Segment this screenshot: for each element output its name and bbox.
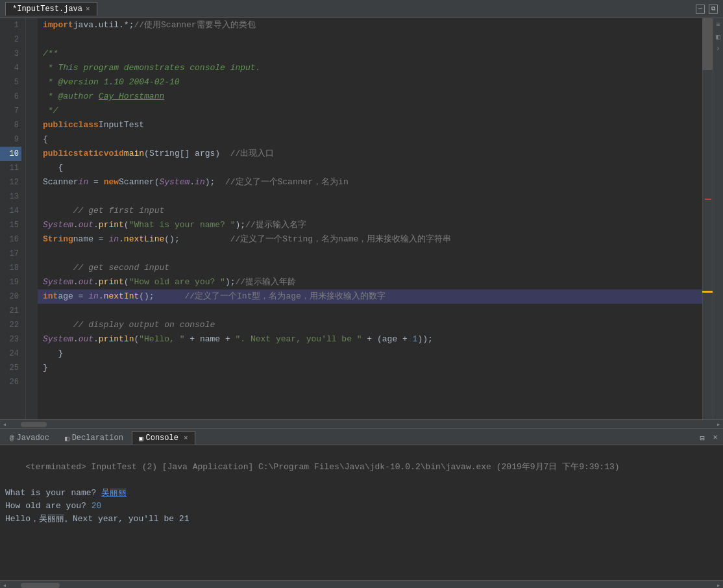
line-number-13: 13 bbox=[0, 190, 21, 204]
minimize-button[interactable]: — bbox=[696, 5, 705, 14]
code-line-2 bbox=[38, 32, 702, 47]
scroll-marker-red bbox=[705, 199, 711, 200]
tab-javadoc[interactable]: @ Javadoc bbox=[3, 431, 56, 445]
code-line-19: System.out.print("How old are you? ");//… bbox=[38, 275, 702, 289]
code-area[interactable]: import java.util.*; //使用Scanner需要导入的类包/*… bbox=[38, 18, 702, 419]
marker-area bbox=[26, 18, 38, 419]
vertical-scrollbar[interactable] bbox=[702, 18, 713, 419]
code-line-26 bbox=[38, 375, 702, 389]
scroll-marker-active bbox=[702, 291, 713, 293]
code-line-15: System.out.print("What is your name? ");… bbox=[38, 218, 702, 232]
side-icon-chevron[interactable]: › bbox=[716, 45, 720, 53]
code-line-13 bbox=[38, 190, 702, 204]
console-output: <terminated> InputTest (2) [Java Applica… bbox=[0, 445, 723, 580]
console-h-scroll-left[interactable]: ◂ bbox=[0, 581, 9, 589]
h-scroll-thumb[interactable] bbox=[21, 422, 47, 427]
editor-tab[interactable]: *InputTest.java × bbox=[5, 2, 97, 16]
code-line-9: { bbox=[38, 132, 702, 147]
bottom-panel-tabs: @ Javadoc ◧ Declaration ▣ Console × ⊟ × bbox=[0, 428, 723, 445]
line-number-17: 17 bbox=[0, 247, 21, 261]
tab-console[interactable]: ▣ Console × bbox=[132, 431, 195, 445]
line-number-5: 5 bbox=[0, 75, 21, 90]
code-line-18: // get second input bbox=[38, 261, 702, 275]
console-terminated-line: <terminated> InputTest (2) [Java Applica… bbox=[5, 448, 718, 487]
line-number-19: 19 bbox=[0, 275, 21, 289]
line-number-18: 18 bbox=[0, 261, 21, 275]
code-line-7: */ bbox=[38, 104, 702, 118]
code-line-17 bbox=[38, 247, 702, 261]
line-number-11: 11 bbox=[0, 161, 21, 175]
code-line-25: } bbox=[38, 361, 702, 375]
tab-close-button[interactable]: × bbox=[86, 5, 90, 13]
console-input-2: 20 bbox=[92, 501, 102, 511]
code-line-14: // get first input bbox=[38, 204, 702, 218]
line-number-22: 22 bbox=[0, 318, 21, 332]
code-line-12: Scanner in = new Scanner(System.in); //定… bbox=[38, 175, 702, 190]
panel-maximize-btn[interactable]: × bbox=[710, 433, 720, 443]
line-number-15: 15 bbox=[0, 218, 21, 232]
declaration-icon: ◧ bbox=[65, 434, 69, 443]
title-bar: *InputTest.java × — ⧉ bbox=[0, 0, 723, 18]
tab-label: *InputTest.java bbox=[12, 5, 82, 14]
code-line-8: public class InputTest bbox=[38, 118, 702, 132]
panel-minimize-btn[interactable]: ⊟ bbox=[697, 433, 707, 443]
console-icon: ▣ bbox=[139, 434, 143, 443]
line-number-8: 8 bbox=[0, 118, 21, 132]
console-output-line-1: What is your name? 吴丽丽 bbox=[5, 487, 718, 500]
code-line-11: { bbox=[38, 161, 702, 175]
tab-console-label: Console bbox=[146, 434, 178, 443]
code-line-24: } bbox=[38, 347, 702, 361]
line-number-3: 3 bbox=[0, 47, 21, 61]
console-input-1: 吴丽丽 bbox=[101, 488, 127, 498]
line-number-21: 21 bbox=[0, 304, 21, 318]
line-number-9: 9 bbox=[0, 132, 21, 147]
line-number-1: 1 bbox=[0, 18, 21, 32]
code-line-20: int age = in.nextInt(); //定义了一个Int型，名为ag… bbox=[38, 289, 702, 304]
console-h-scroll-right[interactable]: ▸ bbox=[714, 581, 723, 589]
h-scroll-right[interactable]: ▸ bbox=[714, 420, 723, 429]
tab-declaration[interactable]: ◧ Declaration bbox=[58, 431, 130, 445]
code-line-10: public static void main(String[] args) /… bbox=[38, 147, 702, 161]
code-line-3: /** bbox=[38, 47, 702, 61]
code-line-21 bbox=[38, 304, 702, 318]
editor-horizontal-scroll[interactable]: ◂ ▸ bbox=[0, 419, 723, 428]
code-line-1: import java.util.*; //使用Scanner需要导入的类包 bbox=[38, 18, 702, 32]
line-number-7: 7 bbox=[0, 104, 21, 118]
console-output-line-3: Hello，吴丽丽。Next year, you'll be 21 bbox=[5, 513, 718, 526]
line-number-26: 26 bbox=[0, 375, 21, 389]
line-number-16: 16 bbox=[0, 232, 21, 247]
bottom-panel-controls: ⊟ × bbox=[697, 433, 720, 445]
line-numbers: 1234567891011121314151617181920212223242… bbox=[0, 18, 26, 419]
line-number-23: 23 bbox=[0, 332, 21, 347]
line-number-20: 20 bbox=[0, 289, 21, 304]
line-number-24: 24 bbox=[0, 347, 21, 361]
code-line-22: // display output on console bbox=[38, 318, 702, 332]
console-h-scroll-track[interactable] bbox=[21, 583, 702, 588]
h-scroll-left[interactable]: ◂ bbox=[0, 420, 9, 429]
h-scroll-track[interactable] bbox=[21, 422, 702, 427]
tab-declaration-label: Declaration bbox=[72, 434, 123, 443]
line-number-10: 10 bbox=[0, 147, 21, 161]
code-line-5: * @version 1.10 2004-02-10 bbox=[38, 75, 702, 90]
window-controls: — ⧉ bbox=[696, 5, 718, 14]
line-number-4: 4 bbox=[0, 61, 21, 75]
code-line-16: String name = in.nextLine(); //定义了一个Stri… bbox=[38, 232, 702, 247]
side-icon-2[interactable]: ◧ bbox=[716, 32, 720, 41]
line-number-6: 6 bbox=[0, 90, 21, 104]
restore-button[interactable]: ⧉ bbox=[709, 5, 718, 14]
code-line-4: * This program demonstrates console inpu… bbox=[38, 61, 702, 75]
javadoc-icon: @ bbox=[10, 434, 14, 442]
console-horizontal-scroll[interactable]: ◂ ▸ bbox=[0, 580, 723, 588]
console-output-line-2: How old are you? 20 bbox=[5, 500, 718, 513]
code-line-23: System.out.println("Hello, " + name + ".… bbox=[38, 332, 702, 347]
line-number-25: 25 bbox=[0, 361, 21, 375]
tab-javadoc-label: Javadoc bbox=[17, 434, 49, 443]
line-number-14: 14 bbox=[0, 204, 21, 218]
line-number-2: 2 bbox=[0, 32, 21, 47]
editor-container: 1234567891011121314151617181920212223242… bbox=[0, 18, 723, 419]
side-icon-1[interactable]: ≡ bbox=[716, 21, 720, 29]
console-h-scroll-thumb[interactable] bbox=[21, 583, 60, 588]
line-number-12: 12 bbox=[0, 175, 21, 190]
console-close-button[interactable]: × bbox=[184, 434, 188, 442]
scroll-thumb[interactable] bbox=[702, 18, 713, 70]
